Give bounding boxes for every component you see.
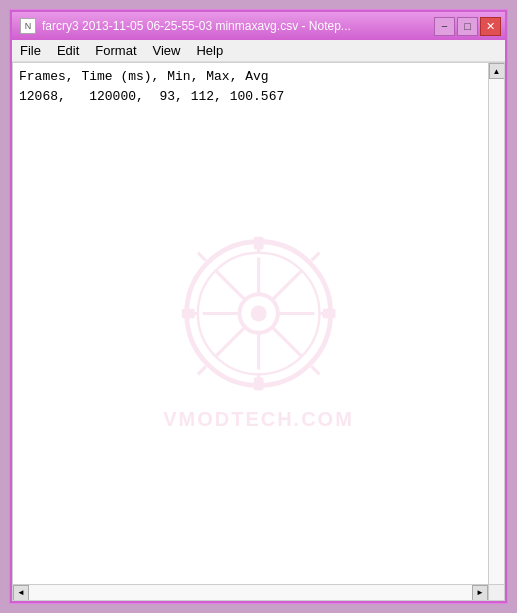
notepad-window: N farcry3 2013-11-05 06-25-55-03 minmaxa…	[10, 10, 507, 603]
app-icon: N	[20, 18, 36, 34]
window-title: farcry3 2013-11-05 06-25-55-03 minmaxavg…	[42, 19, 351, 33]
menu-format[interactable]: Format	[87, 40, 144, 61]
scroll-track-vertical[interactable]	[489, 79, 504, 584]
scroll-right-button[interactable]: ►	[472, 585, 488, 601]
horizontal-scrollbar[interactable]: ◄ ►	[13, 584, 488, 600]
minimize-button[interactable]: −	[434, 17, 455, 36]
text-line-2: 12068, 120000, 93, 112, 100.567	[19, 87, 482, 107]
menu-view[interactable]: View	[145, 40, 189, 61]
title-buttons: − □ ✕	[434, 17, 501, 36]
scrollbar-corner	[488, 584, 504, 600]
menu-help[interactable]: Help	[188, 40, 231, 61]
scroll-left-button[interactable]: ◄	[13, 585, 29, 601]
title-bar-left: N farcry3 2013-11-05 06-25-55-03 minmaxa…	[20, 18, 351, 34]
menu-edit[interactable]: Edit	[49, 40, 87, 61]
menu-file[interactable]: File	[12, 40, 49, 61]
title-bar: N farcry3 2013-11-05 06-25-55-03 minmaxa…	[12, 12, 505, 40]
scroll-track-horizontal[interactable]	[29, 585, 472, 600]
scroll-up-button[interactable]: ▲	[489, 63, 505, 79]
maximize-button[interactable]: □	[457, 17, 478, 36]
menu-bar: File Edit Format View Help	[12, 40, 505, 62]
text-line-1: Frames, Time (ms), Min, Max, Avg	[19, 67, 482, 87]
text-content-wrapper: Frames, Time (ms), Min, Max, Avg 12068, …	[19, 67, 498, 596]
close-button[interactable]: ✕	[480, 17, 501, 36]
text-editor-area[interactable]: Frames, Time (ms), Min, Max, Avg 12068, …	[12, 62, 505, 601]
vertical-scrollbar[interactable]: ▲ ▼	[488, 63, 504, 600]
